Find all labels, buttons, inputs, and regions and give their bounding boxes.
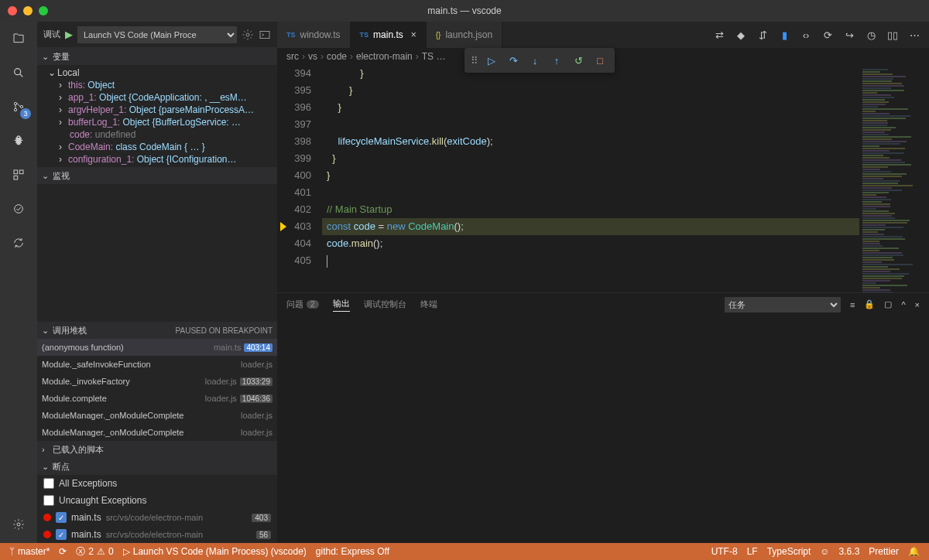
pull-icon[interactable]: ⇵ xyxy=(756,28,770,42)
editor-tab[interactable]: TSwindow.ts xyxy=(277,22,351,48)
remote-icon[interactable] xyxy=(8,198,29,220)
compare-icon[interactable]: ⇄ xyxy=(712,28,726,42)
variable-row[interactable]: ›app_1: Object {CodeApplication: , __esM… xyxy=(37,91,277,104)
loaded-scripts-header[interactable]: ›已载入的脚本 xyxy=(37,441,277,458)
go-back-icon[interactable]: ‹› xyxy=(799,28,813,42)
window-min-mac[interactable] xyxy=(23,6,33,15)
sb-ts-version[interactable]: 3.6.3 xyxy=(835,546,865,557)
code-line[interactable]: } xyxy=(322,150,859,167)
window-max-mac[interactable] xyxy=(39,6,48,15)
drag-handle-icon[interactable]: ⠿ xyxy=(469,55,480,67)
variable-row[interactable]: ›CodeMain: class CodeMain { … } xyxy=(37,141,277,153)
sync-icon[interactable] xyxy=(8,232,29,254)
refresh-icon[interactable]: ⟳ xyxy=(821,28,835,42)
sb-branch[interactable]: ᛘmaster* xyxy=(5,546,54,557)
code-line[interactable]: } xyxy=(322,82,859,99)
variable-row[interactable]: ›configuration_1: Object {IConfiguration… xyxy=(37,153,277,166)
code-line[interactable] xyxy=(322,116,859,133)
code-line[interactable]: } xyxy=(322,99,859,116)
variable-row[interactable]: code: undefined xyxy=(37,128,277,141)
continue-button[interactable]: ▷ xyxy=(482,50,502,70)
step-into-button[interactable]: ↓ xyxy=(525,50,545,70)
window-close-mac[interactable] xyxy=(8,6,17,15)
debug-console-icon[interactable] xyxy=(259,29,271,41)
panel-close-icon[interactable]: × xyxy=(915,300,920,309)
breakpoint-row[interactable]: main.tssrc/vs/code/electron-main403 xyxy=(37,509,277,526)
breakpoints-header[interactable]: ⌄断点 xyxy=(37,458,277,475)
breadcrumb-item[interactable]: vs xyxy=(308,51,317,62)
sb-githd[interactable]: githd: Express Off xyxy=(311,546,394,557)
editor-tab[interactable]: {}launch.json xyxy=(427,22,502,48)
lock-icon[interactable]: 🔒 xyxy=(864,299,875,309)
variable-row[interactable]: ›argvHelper_1: Object {parseMainProcessA… xyxy=(37,104,277,116)
breadcrumb-item[interactable]: code xyxy=(327,51,347,62)
variable-row[interactable]: ›bufferLog_1: Object {BufferLogService: … xyxy=(37,116,277,128)
panel-tab-problems[interactable]: 问题2 xyxy=(286,299,319,310)
breadcrumb-item[interactable]: TS … xyxy=(422,51,446,62)
code-line[interactable]: // Main Startup xyxy=(322,201,859,218)
restart-button[interactable]: ↺ xyxy=(568,50,588,70)
variable-row[interactable]: ›this: Object xyxy=(37,79,277,91)
sb-language[interactable]: TypeScript xyxy=(763,546,816,557)
sb-debug-launch[interactable]: ▷ Launch VS Code (Main Process) (vscode) xyxy=(118,546,311,557)
sb-problems[interactable]: ⓧ 2 ⚠ 0 xyxy=(71,545,118,558)
minimap[interactable] xyxy=(859,65,929,292)
debug-icon[interactable] xyxy=(8,130,29,152)
watch-header[interactable]: ⌄监视 xyxy=(37,167,277,184)
output-channel-select[interactable]: 任务 xyxy=(725,297,841,312)
folder-icon[interactable]: ▮ xyxy=(777,28,791,42)
sb-prettier[interactable]: Prettier xyxy=(864,546,903,557)
panel-tab-debugconsole[interactable]: 调试控制台 xyxy=(364,299,406,310)
start-debug-button[interactable]: ▶ xyxy=(65,29,73,40)
open-log-icon[interactable]: ▢ xyxy=(884,299,892,309)
sb-encoding[interactable]: UTF-8 xyxy=(707,546,742,557)
breadcrumb-item[interactable]: src xyxy=(286,51,299,62)
code-line[interactable] xyxy=(322,184,859,201)
debug-config-select[interactable]: Launch VS Code (Main Proce xyxy=(77,26,237,43)
sb-sync[interactable]: ⟳ xyxy=(54,546,71,557)
code-line[interactable]: const code = new CodeMain(); xyxy=(322,218,859,235)
code-line[interactable]: } xyxy=(322,167,859,184)
stack-frame[interactable]: (anonymous function)main.ts403:14 xyxy=(37,339,277,356)
code-line[interactable]: lifecycleMainService.kill(exitCode); xyxy=(322,133,859,150)
clear-icon[interactable]: ≡ xyxy=(850,300,855,309)
stack-frame[interactable]: Module.completeloader.js1046:36 xyxy=(37,390,277,407)
split-icon[interactable]: ▯▯ xyxy=(886,28,900,42)
callstack-header[interactable]: ⌄调用堆栈PAUSED ON BREAKPOINT xyxy=(37,322,277,339)
panel-tab-output[interactable]: 输出 xyxy=(333,298,350,312)
history-icon[interactable]: ◷ xyxy=(864,28,878,42)
scm-icon[interactable]: 3 xyxy=(8,96,29,118)
editor-tab[interactable]: TSmain.ts× xyxy=(351,22,427,48)
close-icon[interactable]: × xyxy=(411,29,417,40)
stack-frame[interactable]: Module._safeInvokeFunctionloader.js xyxy=(37,356,277,373)
panel-max-icon[interactable]: ^ xyxy=(901,300,905,309)
sb-feedback-icon[interactable]: ☺ xyxy=(815,546,834,557)
sb-eol[interactable]: LF xyxy=(742,546,763,557)
bp-all-exceptions[interactable]: All Exceptions xyxy=(37,475,277,492)
explorer-icon[interactable] xyxy=(8,28,29,50)
go-forward-icon[interactable]: ↪ xyxy=(842,28,856,42)
code-lines[interactable]: } } } lifecycleMainService.kill(exitCode… xyxy=(322,65,859,292)
gutter[interactable]: 394395396397398399400401402403404405 xyxy=(277,65,322,292)
search-icon[interactable] xyxy=(8,62,29,84)
sb-notifications-icon[interactable]: 🔔 xyxy=(903,546,924,557)
scope-local[interactable]: ⌄Local xyxy=(37,67,277,79)
step-over-button[interactable]: ↷ xyxy=(503,50,523,70)
stack-frame[interactable]: Module._invokeFactoryloader.js1033:29 xyxy=(37,373,277,390)
code-line[interactable]: code.main(); xyxy=(322,235,859,252)
stack-frame[interactable]: ModuleManager._onModuleCompleteloader.js xyxy=(37,407,277,424)
code-line[interactable] xyxy=(322,252,859,269)
bp-uncaught-exceptions[interactable]: Uncaught Exceptions xyxy=(37,492,277,509)
settings-icon[interactable] xyxy=(8,514,29,535)
stop-button[interactable]: □ xyxy=(590,50,610,70)
breakpoint-row[interactable]: main.tssrc/vs/code/electron-main56 xyxy=(37,526,277,543)
extensions-icon[interactable] xyxy=(8,164,29,186)
more-icon[interactable]: ⋯ xyxy=(907,28,921,42)
checkbox[interactable] xyxy=(56,529,67,540)
commit-icon[interactable]: ◆ xyxy=(734,28,748,42)
breakpoint-marker-icon[interactable] xyxy=(280,222,286,231)
panel-tab-terminal[interactable]: 终端 xyxy=(420,299,437,310)
breadcrumb-item[interactable]: electron-main xyxy=(356,51,413,62)
variables-header[interactable]: ⌄变量 xyxy=(37,48,277,65)
step-out-button[interactable]: ↑ xyxy=(547,50,567,70)
